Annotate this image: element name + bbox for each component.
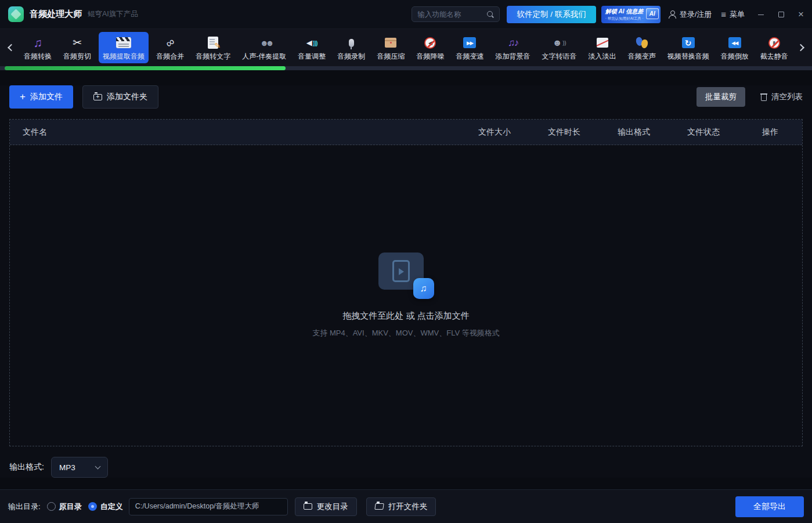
output-dir-label: 输出目录: — [8, 502, 41, 512]
export-all-button[interactable]: 全部导出 — [735, 496, 804, 517]
document-pencil-icon — [208, 37, 218, 49]
column-header-filename: 文件名 — [10, 127, 460, 138]
login-label: 登录/注册 — [680, 9, 712, 20]
package-icon — [385, 38, 396, 48]
toolbar-item-audio-cut[interactable]: 音频剪切 — [59, 32, 95, 63]
ai-promo-banner[interactable]: 解锁 AI 信息差 · 帮您认知用好AI工具 · AI — [601, 6, 661, 23]
output-format-value: MP3 — [59, 463, 75, 472]
toolbar-item-volume-adjust[interactable]: 音量调整 — [294, 32, 330, 63]
toolbar-item-vocal-separation[interactable]: 人声-伴奏提取 — [238, 32, 290, 63]
titlebar: 音频处理大师 鲲穹AI旗下产品 软件定制 / 联系我们 解锁 AI 信息差 · … — [0, 0, 812, 29]
people-icon — [260, 35, 268, 50]
toolbar-item-replace-video-audio[interactable]: 视频替换音频 — [663, 32, 713, 63]
radio-original-dir[interactable] — [47, 502, 56, 511]
open-folder-button[interactable]: 打开文件夹 — [366, 497, 436, 516]
column-header-status: 文件状态 — [669, 127, 738, 138]
output-format-row: 输出格式: MP3 — [9, 457, 803, 478]
toolbar-items: 音频转换 音频剪切 视频提取音频 音频合并 音频转文字 人声-伴奏提取 — [20, 32, 792, 63]
batch-crop-button[interactable]: 批量裁剪 — [696, 87, 745, 107]
scissors-icon — [73, 35, 82, 50]
maximize-button[interactable] — [778, 12, 784, 17]
radio-custom-dir[interactable] — [88, 502, 97, 511]
search-input[interactable] — [417, 10, 487, 19]
toolbar-item-audio-compress[interactable]: 音频压缩 — [373, 32, 409, 63]
folder-open-icon — [374, 503, 384, 510]
chevron-down-icon — [95, 463, 100, 469]
menu-button[interactable]: ≡ 菜单 — [721, 9, 745, 20]
rewind-icon — [728, 37, 741, 48]
toolbar-scrollbar-track[interactable] — [0, 66, 812, 70]
microphone-icon — [349, 39, 354, 47]
add-folder-button[interactable]: 添加文件夹 — [82, 85, 158, 109]
toolbar-scroll-right-icon[interactable] — [797, 44, 804, 52]
toolbar-item-audio-record[interactable]: 音频录制 — [333, 32, 369, 63]
toolbar-item-fade-in-out[interactable]: 淡入淡出 — [584, 32, 620, 63]
login-register-button[interactable]: 登录/注册 — [669, 9, 712, 20]
search-icon[interactable] — [487, 11, 494, 18]
toolbar-item-add-background-music[interactable]: 添加背景音 — [492, 32, 535, 63]
window-controls: × — [757, 9, 804, 19]
music-notes-icon — [508, 35, 518, 50]
clear-list-button[interactable]: 清空列表 — [760, 92, 803, 102]
add-file-button[interactable]: + 添加文件 — [9, 85, 73, 109]
banner-title: 解锁 AI 信息差 — [605, 8, 645, 16]
minimize-button[interactable] — [757, 11, 764, 18]
file-list-panel: 文件名 文件大小 文件时长 输出格式 文件状态 操作 拖拽文件至此处 或 点击添… — [9, 119, 803, 446]
toolbar-item-audio-reverse[interactable]: 音频倒放 — [717, 32, 753, 63]
output-format-select[interactable]: MP3 — [51, 457, 108, 478]
toolbar-item-voice-change[interactable]: 音频变声 — [624, 32, 660, 63]
output-path-input[interactable] — [129, 498, 288, 515]
app-logo-icon — [8, 6, 24, 22]
link-icon — [166, 35, 174, 50]
toolbar-item-speed-change[interactable]: 音频变速 — [452, 32, 488, 63]
close-button[interactable]: × — [798, 9, 804, 19]
column-header-format: 输出格式 — [599, 127, 669, 138]
toolbar-item-noise-reduction[interactable]: 音频降噪 — [412, 32, 448, 63]
search-box[interactable] — [412, 6, 500, 22]
menu-label: 菜单 — [730, 9, 745, 20]
drop-zone[interactable]: 拖拽文件至此处 或 点击添加文件 支持 MP4、AVI、MKV、MOV、WMV、… — [10, 145, 802, 446]
fast-forward-icon — [463, 37, 476, 48]
play-document-icon — [392, 260, 410, 282]
clapperboard-icon — [116, 37, 131, 48]
actions-row: + 添加文件 添加文件夹 批量裁剪 清空列表 — [9, 85, 803, 109]
toolbar-item-audio-to-text[interactable]: 音频转文字 — [192, 32, 234, 63]
app-title: 音频处理大师 — [30, 9, 82, 20]
person-speaking-icon — [553, 35, 566, 50]
output-format-label: 输出格式: — [9, 462, 44, 472]
music-badge-icon — [413, 278, 434, 299]
fade-chart-icon — [597, 38, 608, 48]
radio-original-dir-label[interactable]: 原目录 — [59, 502, 82, 512]
main-content: + 添加文件 添加文件夹 批量裁剪 清空列表 文件名 文件大小 文件时长 输出格… — [0, 85, 812, 478]
folder-plus-icon — [93, 94, 102, 100]
toolbar-item-trim-silence[interactable]: 截去静音 — [756, 32, 792, 63]
footer-bar: 输出目录: 原目录 自定义 更改目录 打开文件夹 全部导出 — [0, 489, 812, 523]
trash-icon — [760, 93, 767, 101]
toolbar-item-video-extract-audio[interactable]: 视频提取音频 — [99, 32, 149, 63]
column-header-filesize: 文件大小 — [460, 127, 529, 138]
contact-button[interactable]: 软件定制 / 联系我们 — [507, 6, 596, 23]
mute-prohibited-icon — [424, 37, 436, 49]
user-icon — [669, 10, 676, 19]
app-subtitle: 鲲穹AI旗下产品 — [88, 9, 138, 19]
folder-icon — [304, 503, 312, 510]
change-dir-button[interactable]: 更改目录 — [295, 497, 357, 516]
toolbar-item-text-to-speech[interactable]: 文字转语音 — [538, 32, 581, 63]
toolbar-item-audio-merge[interactable]: 音频合并 — [152, 32, 188, 63]
toolbar-item-audio-convert[interactable]: 音频转换 — [20, 32, 56, 63]
sync-icon — [682, 37, 695, 48]
drop-zone-text: 拖拽文件至此处 或 点击添加文件 — [342, 311, 469, 322]
music-note-icon — [33, 35, 42, 50]
hamburger-icon: ≡ — [721, 10, 726, 19]
feature-toolbar: 音频转换 音频剪切 视频提取音频 音频合并 音频转文字 人声-伴奏提取 — [0, 29, 812, 66]
column-header-operation: 操作 — [738, 127, 802, 138]
silence-cut-icon — [768, 37, 780, 49]
table-header-row: 文件名 文件大小 文件时长 输出格式 文件状态 操作 — [10, 120, 802, 145]
drop-zone-formats: 支持 MP4、AVI、MKV、MOV、WMV、FLV 等视频格式 — [312, 328, 499, 338]
app-window: 音频处理大师 鲲穹AI旗下产品 软件定制 / 联系我们 解锁 AI 信息差 · … — [0, 0, 812, 478]
drop-zone-graphic — [378, 253, 434, 299]
masks-icon — [635, 37, 649, 49]
radio-custom-dir-label[interactable]: 自定义 — [100, 502, 123, 512]
toolbar-scrollbar-thumb[interactable] — [5, 66, 286, 70]
toolbar-scroll-left-icon[interactable] — [8, 44, 15, 52]
